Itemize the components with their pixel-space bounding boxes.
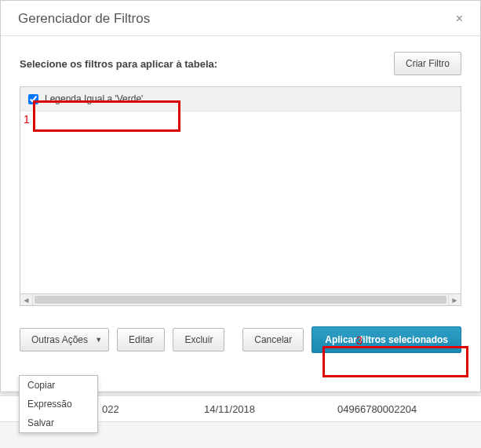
chevron-down-icon: ▼ [95,336,102,344]
bg-cell-2: 14/11/2018 [204,403,337,415]
instruction-text: Selecione os filtros para aplicar à tabe… [20,58,217,70]
scroll-right-icon[interactable]: ► [448,294,461,305]
scroll-left-icon[interactable]: ◄ [20,294,33,305]
menu-item-expression[interactable]: Expressão [20,395,97,413]
bg-cell-3: 04966780002204 [337,403,481,415]
other-actions-button[interactable]: Outras Ações ▼ [20,328,109,351]
menu-item-copy[interactable]: Copiar [20,376,97,395]
instruction-row: Selecione os filtros para aplicar à tabe… [20,52,461,75]
dialog-header: Gerenciador de Filtros × [1,1,480,36]
annotation-number-1: 1 [24,113,30,126]
bg-cell-1: 022 [102,403,204,415]
other-actions-label: Outras Ações [31,334,88,345]
apply-filters-button[interactable]: Aplicar filtros selecionados [312,326,461,353]
dialog-body: Selecione os filtros para aplicar à tabe… [1,36,480,312]
dialog-title: Gerenciador de Filtros [18,11,150,27]
filter-checkbox-0[interactable] [28,94,38,104]
menu-item-save[interactable]: Salvar [20,413,97,432]
horizontal-scrollbar[interactable]: ◄ ► [20,294,461,306]
filter-manager-dialog: Gerenciador de Filtros × Selecione os fi… [0,0,481,392]
filter-item-0[interactable]: Legenda Igual a 'Verde' [20,87,461,111]
delete-button[interactable]: Excluir [173,328,224,351]
dialog-footer: Outras Ações ▼ Editar Excluir Cancelar A… [1,312,480,367]
filter-list: Legenda Igual a 'Verde' [20,86,461,294]
other-actions-menu: Copiar Expressão Salvar [19,375,98,433]
filter-label-0: Legenda Igual a 'Verde' [45,93,143,104]
cancel-button[interactable]: Cancelar [242,328,304,351]
create-filter-button[interactable]: Criar Filtro [394,52,461,75]
scroll-thumb[interactable] [35,296,446,304]
annotation-number-3: 3 [356,334,363,347]
close-icon[interactable]: × [451,10,468,27]
edit-button[interactable]: Editar [117,328,165,351]
